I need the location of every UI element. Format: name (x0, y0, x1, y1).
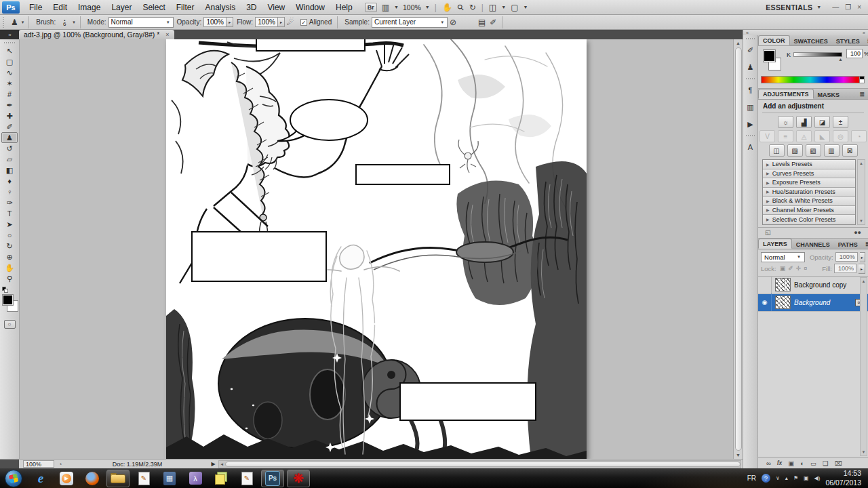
brushes-panel-icon[interactable]: ✐ (744, 42, 757, 58)
fill-spinner-icon[interactable]: ▸ (859, 264, 865, 274)
tab-close-icon[interactable]: × (165, 31, 169, 38)
link-layers-icon[interactable]: ∞ (766, 460, 771, 467)
tab-styles[interactable]: STYLES (832, 37, 864, 45)
layer-row-background[interactable]: ◉ Background ¤ (758, 294, 868, 312)
pen-tool[interactable]: ✑ (1, 197, 18, 208)
view-extras-dropdown-icon[interactable]: ▼ (393, 5, 400, 9)
healing-brush-tool[interactable]: ✚ (1, 110, 18, 121)
scroll-up-icon[interactable]: ▲ (859, 160, 863, 167)
tab-overflow-icon[interactable]: » (0, 30, 19, 39)
hue-saturation-icon[interactable]: ≡ (778, 130, 793, 142)
exposure-presets-item[interactable]: ▶Exposure Presets (763, 178, 855, 188)
tab-adjustments[interactable]: ADJUSTMENTS (758, 89, 814, 99)
color-spectrum-ramp[interactable] (761, 76, 860, 83)
scroll-up-icon[interactable]: ▲ (736, 39, 741, 47)
posterize-icon[interactable]: ▨ (787, 144, 803, 157)
taskbar-explorer[interactable] (106, 470, 130, 487)
character-panel-icon[interactable]: A (744, 139, 757, 155)
eraser-tool[interactable]: ▱ (1, 154, 18, 165)
hand-tool-icon[interactable]: ✋ (440, 3, 454, 12)
close-button[interactable]: × (857, 3, 861, 11)
gradient-map-icon[interactable]: ▥ (824, 144, 840, 157)
layer-style-icon[interactable]: fx (777, 460, 783, 466)
vertical-scrollbar[interactable]: ▲ ▼ (733, 39, 743, 459)
airbrush-toggle-icon[interactable]: ☄ (285, 18, 296, 27)
status-menu-arrow-icon[interactable]: ▶ (211, 461, 215, 467)
k-channel-slider[interactable] (793, 52, 842, 57)
show-hidden-icons[interactable]: ▴ (785, 475, 788, 481)
network-icon[interactable]: ▣ (804, 475, 809, 481)
rectangular-marquee-tool[interactable]: ▢ (1, 56, 18, 67)
lock-all-icon[interactable]: ¤ (804, 265, 807, 272)
lock-transparency-icon[interactable]: ▣ (780, 265, 786, 272)
tab-channels[interactable]: CHANNELS (792, 240, 834, 249)
taskbar-modeling-app[interactable]: λ (184, 470, 207, 487)
menu-edit[interactable]: Edit (47, 0, 73, 15)
adjustments-panel-menu-icon[interactable]: ≣ (856, 91, 868, 99)
dodge-tool[interactable]: ♀ (1, 186, 18, 197)
brush-tool[interactable]: ✐ (1, 121, 18, 132)
taskbar-paint-app[interactable]: ❊ (287, 470, 310, 487)
layer-fill-field[interactable] (834, 264, 856, 273)
lock-position-icon[interactable]: ✛ (796, 265, 802, 272)
canvas-page[interactable] (166, 39, 587, 459)
opacity-spinner-icon[interactable]: ▸ (860, 252, 865, 262)
photoshop-logo-icon[interactable]: Ps (2, 1, 20, 14)
arrange-dropdown-icon[interactable]: ▼ (500, 5, 507, 9)
vertical-scroll-thumb[interactable] (735, 47, 742, 451)
aligned-checkbox[interactable]: ✓ (300, 19, 307, 26)
horizontal-scroll-thumb[interactable] (225, 462, 741, 467)
horizontal-scrollbar[interactable]: ◂ (218, 460, 741, 468)
start-button[interactable] (5, 470, 22, 487)
3d-rotate-tool[interactable]: ↻ (1, 241, 18, 251)
presets-scrollbar[interactable]: ▲ ▼ (857, 159, 865, 225)
ignore-adjustment-layers-icon[interactable]: ⊘ (448, 18, 458, 27)
clone-stamp-tool[interactable]: ♟ (1, 132, 18, 143)
tab-paths[interactable]: PATHS (834, 240, 862, 249)
mode-select[interactable]: Normal ▾ (108, 17, 174, 28)
black-white-icon[interactable]: ◣ (814, 130, 830, 142)
taskbar-photoshop[interactable]: Ps (261, 470, 284, 487)
layers-panel-menu-icon[interactable]: ≣ (862, 241, 868, 249)
histogram-panel-icon[interactable]: ▥ (744, 99, 757, 115)
move-tool[interactable]: ↖ (1, 45, 18, 56)
layer-thumbnail[interactable] (775, 278, 791, 291)
layer-row-background-copy[interactable]: Background copy (758, 277, 868, 294)
black-white-presets-item[interactable]: ▶Black & White Presets (763, 197, 855, 206)
flow-input[interactable] (255, 17, 278, 27)
rotate-view-icon[interactable]: ↻ (467, 3, 478, 12)
document-tab[interactable]: adt-3.jpg @ 100% (Background, Gray/8#) *… (19, 30, 174, 39)
options-grip[interactable] (3, 17, 6, 28)
arrange-documents-icon[interactable]: ◫ (487, 3, 498, 12)
expand-dock-icon[interactable]: » (863, 30, 865, 35)
opacity-spinner-icon[interactable]: ▸ (226, 17, 233, 27)
menu-analysis[interactable]: Analysis (199, 0, 241, 15)
menu-window[interactable]: Window (290, 0, 330, 15)
add-layer-mask-icon[interactable]: ▣ (788, 460, 794, 467)
levels-icon[interactable]: ▟ (796, 116, 812, 128)
clone-source-panel-toggle-icon[interactable]: ▤ (476, 18, 488, 27)
threshold-icon[interactable]: ▧ (806, 144, 821, 157)
taskbar-sticky-notes[interactable] (210, 470, 233, 487)
screen-mode-dropdown-icon[interactable]: ▼ (521, 5, 529, 9)
gradient-tool[interactable]: ◧ (1, 165, 18, 176)
zoom-tool-icon[interactable]: ⚲ (454, 0, 467, 14)
color-balance-icon[interactable]: ◬ (796, 130, 812, 142)
view-extras-icon[interactable]: ▥ (380, 3, 391, 12)
brush-preview[interactable]: • 6 (59, 18, 70, 26)
curves-icon[interactable]: ◪ (814, 116, 830, 128)
animation-panel-icon[interactable]: ▶ (744, 116, 757, 132)
quick-mask-button[interactable]: ○ (4, 320, 16, 329)
bw-ramp-end[interactable] (860, 76, 865, 83)
curves-presets-item[interactable]: ▶Curves Presets (763, 169, 855, 179)
blend-mode-select[interactable]: Normal ▾ (761, 252, 805, 262)
taskbar-calculator[interactable]: ▦ (158, 470, 181, 487)
taskbar-notepad[interactable]: ✎ (235, 470, 258, 487)
brush-panel-toggle-icon[interactable]: ✐ (488, 18, 498, 27)
new-group-icon[interactable]: ▭ (810, 460, 816, 467)
taskbar-clock[interactable]: 14:53 06/07/2013 (825, 469, 861, 487)
scroll-down-icon[interactable]: ▼ (862, 449, 866, 455)
3d-orbit-tool[interactable]: ⊕ (1, 251, 18, 262)
tab-layers[interactable]: LAYERS (758, 239, 792, 249)
clone-stamp-preset-icon[interactable]: ♟ (9, 18, 20, 27)
